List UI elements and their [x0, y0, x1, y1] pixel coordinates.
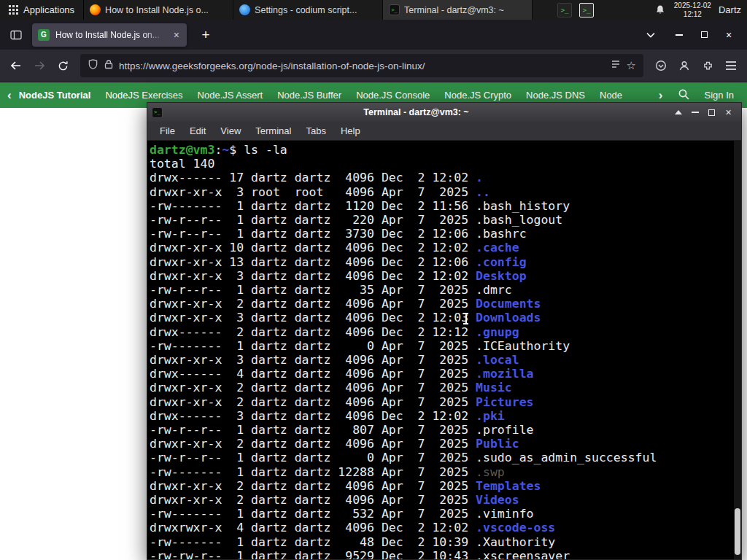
nav-scroll-right-icon[interactable]: › [659, 89, 663, 101]
applications-menu-button[interactable]: Applications [0, 0, 84, 20]
lock-icon[interactable] [104, 59, 113, 72]
site-search-icon[interactable] [678, 88, 690, 103]
ls-filename: .. [476, 185, 490, 199]
scrollbar-thumb[interactable] [735, 508, 740, 555]
ls-filename: Desktop [476, 269, 527, 283]
ls-row: -rw-r--r-- 1 dartz dartz 0 Apr 7 2025 .s… [150, 451, 732, 464]
ls-row: drwxr-xr-x 3 dartz dartz 4096 Dec 2 12:0… [150, 311, 732, 324]
url-bar[interactable]: https://www.geeksforgeeks.org/node-js/in… [80, 54, 643, 77]
terminal-titlebar[interactable]: >_ Terminal - dartz@vm3: ~ × [147, 103, 741, 122]
tab-bar: G How to Install Node.js on... × + × [0, 20, 747, 50]
ls-row: -rw------- 1 dartz dartz 12288 Apr 7 202… [150, 465, 732, 479]
nav-scroll-left-icon[interactable]: ‹ [7, 89, 12, 101]
browser-tab[interactable]: G How to Install Node.js on... × [32, 23, 187, 47]
reload-button[interactable] [51, 54, 74, 77]
site-nav-item-nodejs-tutorial[interactable]: NodeJS Tutorial [19, 90, 91, 101]
firefox-view-icon[interactable] [6, 25, 26, 45]
bookmark-star-icon[interactable]: ☆ [627, 59, 636, 72]
system-tray: >_ >_ [557, 3, 594, 18]
terminal-close-button[interactable]: × [720, 103, 737, 122]
ls-filename: Downloads [476, 311, 541, 324]
site-nav-item-nodejs-buffer[interactable]: Node.JS Buffer [277, 90, 341, 101]
site-nav-item-nodejs-console[interactable]: Node.JS Console [356, 90, 430, 101]
menu-help[interactable]: Help [334, 123, 367, 139]
tray-terminal-active-icon[interactable]: >_ [579, 3, 594, 18]
browser-close-button[interactable]: × [716, 20, 741, 50]
ls-row: drwx------ 2 dartz dartz 4096 Dec 2 12:1… [150, 325, 732, 339]
ls-row: -rw------- 1 dartz dartz 0 Apr 7 2025 .I… [150, 339, 732, 353]
minimize-icon [676, 34, 683, 36]
list-all-tabs-chevron-icon[interactable] [646, 32, 655, 38]
menu-tabs[interactable]: Tabs [299, 123, 332, 139]
ls-filename: .local [476, 353, 519, 367]
ls-row: -rw-rw-r-- 1 dartz dartz 9529 Dec 2 10:4… [150, 549, 732, 559]
window-button-label: How to Install Node.js o... [105, 5, 209, 15]
menu-file[interactable]: File [153, 123, 182, 139]
ls-filename: Music [476, 381, 512, 394]
terminal-output[interactable]: dartz@vm3:~$ ls -la total 140 drwx------… [147, 141, 741, 559]
ls-row: -rw------- 1 dartz dartz 48 Dec 2 10:39 … [150, 535, 732, 549]
ls-row: drwxr-xr-x 3 dartz dartz 4096 Dec 2 12:0… [150, 269, 732, 283]
menu-terminal[interactable]: Terminal [249, 123, 298, 139]
panel-window-button-settings[interactable]: Settings - codium script... [233, 0, 383, 20]
url-text[interactable]: https://www.geeksforgeeks.org/node-js/in… [119, 61, 605, 71]
applications-grid-icon [9, 5, 18, 15]
new-tab-button[interactable]: + [196, 27, 216, 43]
back-button[interactable] [4, 54, 28, 77]
browser-minimize-button[interactable] [667, 20, 692, 50]
prompt-dollar: $ [229, 143, 244, 157]
ls-filename: .bash_logout [476, 213, 562, 227]
terminal-window: >_ Terminal - dartz@vm3: ~ × File Edit V… [147, 102, 742, 560]
site-nav-item-nodejs-exercises[interactable]: NodeJS Exercises [105, 90, 182, 101]
menu-hamburger-icon[interactable] [719, 54, 743, 77]
terminal-icon: >_ [389, 4, 400, 15]
typed-command: ls -la [244, 143, 287, 157]
site-nav-item-nodejs-assert[interactable]: Node.JS Assert [198, 90, 263, 101]
account-icon[interactable] [673, 54, 696, 77]
site-nav-item-nodejs-dns[interactable]: Node.JS DNS [526, 90, 585, 101]
ls-filename: .gnupg [476, 325, 519, 339]
ls-row: drwx------ 17 dartz dartz 4096 Dec 2 12:… [150, 171, 732, 184]
site-nav-item-truncated[interactable]: Node [600, 90, 622, 101]
ls-row: drwxr-xr-x 2 dartz dartz 4096 Apr 7 2025… [150, 493, 732, 507]
site-nav-items: NodeJS Tutorial NodeJS Exercises Node.JS… [19, 90, 740, 101]
extensions-icon[interactable] [696, 54, 719, 77]
ls-row: drwxrwxr-x 4 dartz dartz 4096 Dec 2 12:0… [150, 521, 732, 534]
pocket-icon[interactable] [649, 54, 673, 77]
forward-button[interactable] [28, 54, 51, 77]
terminal-shade-button[interactable] [670, 103, 686, 122]
sign-in-button[interactable]: Sign In [705, 90, 734, 101]
geeksforgeeks-favicon: G [38, 29, 50, 41]
prompt-colon: : [214, 143, 222, 157]
tab-close-icon[interactable]: × [172, 29, 181, 41]
menu-view[interactable]: View [214, 123, 247, 139]
notifications-bell-icon[interactable] [655, 4, 665, 15]
window-button-label: Terminal - dartz@vm3: ~ [404, 5, 504, 15]
terminal-maximize-button[interactable] [703, 103, 720, 122]
ls-filename: .sudo_as_admin_successful [476, 451, 657, 464]
ls-row: drwxr-xr-x 2 dartz dartz 4096 Apr 7 2025… [150, 297, 732, 311]
site-nav-item-nodejs-crypto[interactable]: Node.JS Crypto [444, 90, 511, 101]
ls-row: drwxr-xr-x 2 dartz dartz 4096 Apr 7 2025… [150, 395, 732, 409]
tracking-shield-icon[interactable] [88, 58, 98, 73]
ls-filename: .Xauthority [476, 535, 555, 549]
prompt-path: ~ [222, 143, 229, 157]
panel-clock[interactable]: 2025-12-02 12:12 [674, 1, 711, 18]
menu-edit[interactable]: Edit [183, 123, 212, 139]
terminal-minimize-button[interactable] [686, 103, 703, 122]
ls-row: -rw------- 1 dartz dartz 532 Apr 7 2025 … [150, 507, 732, 521]
ls-row: -rw------- 1 dartz dartz 1120 Dec 2 11:5… [150, 199, 732, 213]
ls-listing: drwx------ 17 dartz dartz 4096 Dec 2 12:… [150, 171, 732, 559]
ls-filename: .mozilla [476, 367, 533, 381]
ls-row: drwxr-xr-x 3 root root 4096 Apr 7 2025 .… [150, 185, 732, 199]
panel-window-button-terminal[interactable]: >_ Terminal - dartz@vm3: ~ [383, 0, 533, 20]
reader-mode-icon[interactable] [611, 59, 621, 72]
tray-terminal-icon[interactable]: >_ [557, 3, 572, 18]
panel-window-button-browser[interactable]: How to Install Node.js o... [84, 0, 233, 20]
terminal-scrollbar[interactable] [734, 141, 741, 559]
panel-user-label[interactable]: Dartz [719, 4, 741, 15]
browser-maximize-button[interactable] [692, 20, 716, 50]
ls-row: drwx------ 3 dartz dartz 4096 Dec 2 12:0… [150, 409, 732, 423]
ls-filename: .cache [476, 241, 519, 254]
ls-row: -rw-r--r-- 1 dartz dartz 35 Apr 7 2025 .… [150, 283, 732, 297]
